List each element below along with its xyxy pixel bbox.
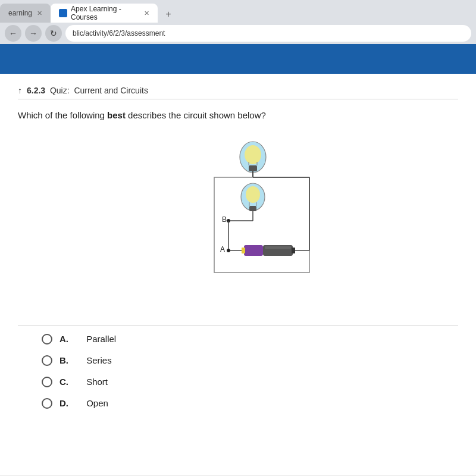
answer-options: A. Parallel B. Series C. Short D. Open <box>18 334 458 409</box>
tab-1[interactable]: earning ✕ <box>0 4 51 23</box>
svg-rect-18 <box>244 245 263 256</box>
circuit-diagram: B A <box>18 134 458 307</box>
option-c[interactable]: C. Short <box>42 377 458 387</box>
tab-1-label: earning <box>8 9 32 17</box>
option-a-text: Parallel <box>86 334 116 344</box>
page-content: ↑ 6.2.3 Quiz: Current and Circuits Which… <box>0 44 476 475</box>
option-c-text: Short <box>86 377 108 387</box>
svg-rect-4 <box>249 165 257 171</box>
svg-rect-11 <box>249 206 256 211</box>
svg-rect-22 <box>292 248 295 253</box>
browser-chrome: earning ✕ Apex Learning - Courses ✕ + ← … <box>0 0 476 44</box>
radio-a[interactable] <box>42 334 52 345</box>
question-text: Which of the following best describes th… <box>18 109 458 123</box>
svg-point-1 <box>245 145 261 164</box>
option-d-text: Open <box>86 398 108 408</box>
back-button[interactable]: ← <box>5 25 21 42</box>
address-bar-row: ← → ↻ <box>0 23 476 44</box>
new-tab-button[interactable]: + <box>160 6 177 23</box>
quiz-title: 6.2.3 Quiz: Current and Circuits <box>27 86 148 95</box>
title-divider <box>18 99 458 99</box>
radio-b[interactable] <box>42 355 52 366</box>
option-a-letter: A. <box>60 334 68 344</box>
svg-point-8 <box>246 186 260 203</box>
svg-rect-21 <box>265 246 291 249</box>
forward-button[interactable]: → <box>25 25 42 42</box>
quiz-title-row: ↑ 6.2.3 Quiz: Current and Circuits <box>18 86 458 95</box>
option-b-text: Series <box>86 355 112 365</box>
tab-2-icon <box>59 9 67 17</box>
option-b[interactable]: B. Series <box>42 355 458 366</box>
option-d[interactable]: D. Open <box>42 398 458 409</box>
tab-2[interactable]: Apex Learning - Courses ✕ <box>51 4 158 23</box>
refresh-button[interactable]: ↻ <box>45 25 62 42</box>
quiz-container: ↑ 6.2.3 Quiz: Current and Circuits Which… <box>0 74 476 433</box>
tab-2-label: Apex Learning - Courses <box>71 5 139 21</box>
label-a: A <box>220 245 225 253</box>
radio-d[interactable] <box>42 398 52 409</box>
option-d-letter: D. <box>60 398 68 408</box>
option-c-letter: C. <box>60 377 68 387</box>
tab-2-close[interactable]: ✕ <box>144 10 149 17</box>
tab-1-close[interactable]: ✕ <box>37 10 42 17</box>
svg-rect-19 <box>242 248 245 253</box>
quiz-number: 6.2.3 <box>27 86 45 95</box>
answer-divider <box>18 325 458 325</box>
option-b-letter: B. <box>60 355 68 365</box>
apex-header <box>0 44 476 74</box>
circuit-svg: B A <box>161 134 315 307</box>
quiz-nav-icon: ↑ <box>18 86 22 95</box>
address-input[interactable] <box>65 25 471 42</box>
radio-c[interactable] <box>42 377 52 387</box>
quiz-topic: Current and Circuits <box>74 86 148 95</box>
svg-point-16 <box>227 249 230 252</box>
question-bold: best <box>107 110 126 120</box>
tab-bar: earning ✕ Apex Learning - Courses ✕ + <box>0 0 476 23</box>
quiz-label: Quiz: <box>50 86 70 95</box>
option-a[interactable]: A. Parallel <box>42 334 458 345</box>
label-b: B <box>222 215 227 224</box>
